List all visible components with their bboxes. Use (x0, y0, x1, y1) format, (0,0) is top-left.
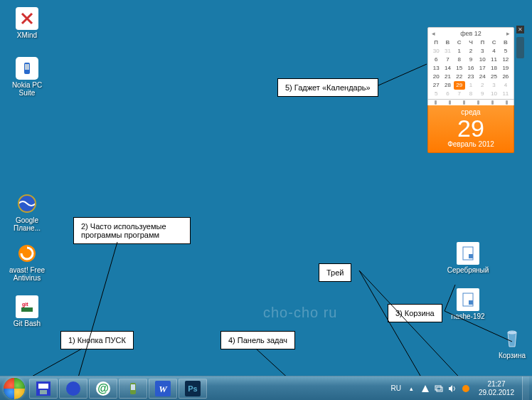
calendar-cell[interactable]: 7 (442, 56, 453, 64)
desktop-icon-silver[interactable]: Серебряный (447, 242, 489, 274)
word-icon: W (155, 381, 171, 396)
svg-rect-24 (38, 384, 48, 389)
calendar-cell[interactable]: 3 (477, 47, 488, 56)
calendar-next-icon[interactable]: ▸ (506, 30, 510, 37)
callout-gadget: 5) Гаджет «Календарь» (277, 78, 378, 97)
calendar-cell[interactable]: 8 (465, 90, 477, 98)
calendar-cell[interactable]: 24 (477, 73, 488, 81)
svg-rect-25 (40, 390, 47, 394)
windows-logo-icon (4, 378, 25, 399)
calendar-cell[interactable]: 2 (477, 81, 488, 90)
desktop-icon-google-earth[interactable]: Google Плане... (6, 192, 48, 232)
tray-show-hidden-icon[interactable]: ▴ (407, 384, 417, 394)
calendar-cell[interactable]: 9 (465, 56, 477, 64)
calendar-dow: В (500, 38, 511, 47)
calendar-cell[interactable]: 11 (500, 90, 511, 98)
tray-clock[interactable]: 21:27 29.02.2012 (474, 380, 518, 397)
calendar-cell[interactable]: 3 (488, 81, 499, 90)
calendar-cell[interactable]: 20 (430, 73, 442, 81)
calendar-cell[interactable]: 30 (430, 47, 442, 56)
calendar-prev-icon[interactable]: ◂ (432, 30, 435, 37)
calendar-cell[interactable]: 23 (465, 73, 477, 81)
calendar-cell[interactable]: 10 (488, 90, 499, 98)
calendar-cell[interactable]: 21 (442, 73, 453, 81)
svg-text:W: W (159, 384, 168, 394)
show-desktop-button[interactable] (522, 377, 529, 401)
svg-line-17 (359, 270, 466, 384)
calendar-cell[interactable]: 5 (500, 47, 511, 56)
calendar-cell[interactable]: 16 (465, 64, 477, 73)
callout-pinned: 2) Часто используемые программы программ (73, 217, 191, 244)
calendar-cell[interactable]: 4 (488, 47, 499, 56)
desktop-icon-gitbash[interactable]: git Git Bash (6, 295, 48, 327)
calendar-cell[interactable]: 6 (430, 56, 442, 64)
taskbar-item-save[interactable] (29, 379, 58, 399)
tray-network-icon[interactable] (434, 384, 444, 394)
tray-action-center-icon[interactable] (420, 384, 430, 394)
callout-taskbar: 4) Панель задач (220, 331, 295, 349)
desktop-icon-avast[interactable]: avast! Free Antivirus (6, 242, 48, 282)
svg-line-15 (378, 64, 427, 85)
calendar-dow: С (488, 38, 499, 47)
gadget-drag-handle[interactable] (516, 37, 524, 58)
desktop-icon-nashe[interactable]: nashe-192 (447, 288, 489, 320)
gadget-close-icon[interactable]: ✕ (516, 26, 524, 33)
desktop-icon-label: nashe-192 (447, 312, 489, 320)
desktop-icon-recycle-bin[interactable]: Корзина (491, 327, 532, 359)
svg-text:@: @ (97, 382, 109, 394)
calendar-cell[interactable]: 28 (442, 81, 453, 90)
calendar-cell[interactable]: 12 (500, 56, 511, 64)
calendar-cell[interactable]: 19 (500, 64, 511, 73)
calendar-cell[interactable]: 18 (488, 64, 499, 73)
desktop-icon-nokia[interactable]: Nokia PC Suite (6, 57, 48, 97)
calendar-cell[interactable]: 7 (454, 90, 465, 98)
calendar-cell[interactable]: 1 (454, 47, 465, 56)
calendar-gadget[interactable]: ✕ ◂ фев 12 ▸ ПВСЧПСВ30311234567891011121… (427, 27, 514, 153)
taskbar-item-firefox[interactable] (59, 379, 87, 399)
calendar-cell[interactable]: 13 (430, 64, 442, 73)
calendar-day-number: 29 (428, 116, 514, 140)
taskbar-item-nokia[interactable] (119, 379, 147, 399)
tray-volume-icon[interactable] (447, 384, 457, 394)
calendar-dow: В (442, 38, 453, 47)
calendar-cell[interactable]: 27 (430, 81, 442, 90)
calendar-cell[interactable]: 8 (454, 56, 465, 64)
calendar-cell[interactable]: 1 (465, 81, 477, 90)
calendar-cell[interactable]: 15 (454, 64, 465, 73)
calendar-month-view[interactable]: ◂ фев 12 ▸ ПВСЧПСВ3031123456789101112131… (427, 27, 514, 100)
calendar-cell[interactable]: 14 (442, 64, 453, 73)
calendar-dow: Ч (465, 38, 477, 47)
start-button[interactable] (0, 377, 28, 401)
svg-rect-7 (21, 307, 33, 312)
svg-rect-30 (131, 384, 135, 390)
calendar-cell[interactable]: 5 (430, 90, 442, 98)
taskbar-item-photoshop[interactable]: Ps (179, 379, 207, 399)
calendar-cell[interactable]: 10 (477, 56, 488, 64)
tray-avast-icon[interactable] (461, 384, 471, 394)
callout-start: 1) Кнопка ПУСК (60, 331, 134, 349)
at-icon: @ (95, 381, 111, 396)
calendar-cell[interactable]: 11 (488, 56, 499, 64)
calendar-cell[interactable]: 17 (477, 64, 488, 73)
desktop-icon-xmind[interactable]: XMind (6, 7, 48, 39)
calendar-cell[interactable]: 6 (442, 90, 453, 98)
taskbar-item-mailru[interactable]: @ (89, 379, 117, 399)
calendar-cell[interactable]: 9 (477, 90, 488, 98)
calendar-cell[interactable]: 25 (488, 73, 499, 81)
taskbar-item-word[interactable]: W (149, 379, 177, 399)
calendar-cell[interactable]: 29 (454, 81, 465, 90)
calendar-cell[interactable]: 31 (442, 47, 453, 56)
tray-language[interactable]: RU (388, 384, 403, 393)
tray-time: 21:27 (479, 380, 514, 389)
svg-rect-13 (469, 300, 473, 305)
calendar-cell[interactable]: 4 (500, 81, 511, 90)
desktop-icon-label: Корзина (491, 352, 532, 359)
svg-rect-35 (435, 386, 441, 390)
calendar-cell[interactable]: 2 (465, 47, 477, 56)
callout-tray: Трей (319, 263, 351, 282)
calendar-cell[interactable]: 26 (500, 73, 511, 81)
phone-icon (125, 381, 141, 396)
svg-point-14 (508, 331, 516, 334)
calendar-cell[interactable]: 22 (454, 73, 465, 81)
callout-recycle: 3) Корзина (388, 304, 442, 322)
